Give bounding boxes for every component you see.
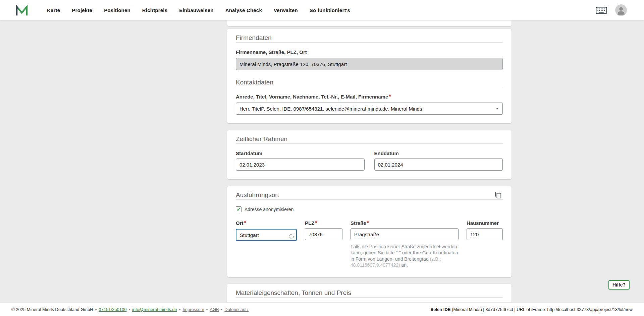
ort-field: Ort* [236,220,297,241]
main-menu: Karte Projekte Positionen Richtpreis Ein… [47,7,350,13]
card-zeitlicher-rahmen: Zeitlicher Rahmen Startdatum Enddatum [227,130,512,179]
date-fields: Startdatum Enddatum [236,150,503,171]
copy-icon[interactable] [494,191,503,199]
enddatum-input[interactable] [374,159,503,171]
anonymisieren-checkbox[interactable]: ✓ [236,206,241,212]
kontakt-select[interactable]: Herr, TitelP, Selen, IDE, 0987/654321, s… [236,103,503,115]
section-title-material: Materialeigenschaften, Tonnen und Preis [236,289,503,297]
hausnummer-field: Hausnummer [467,220,503,241]
enddatum-field: Enddatum [374,150,503,171]
required-asterisk: * [244,220,246,226]
avatar[interactable] [615,4,627,16]
anonymisieren-label: Adresse anonymisieren [245,207,293,212]
separator-dot: • [179,307,181,312]
strasse-hint-main: Falls die Position keiner Straße zugeord… [351,244,458,262]
strasse-hint: Falls die Position keiner Straße zugeord… [351,244,459,268]
logo[interactable] [15,3,29,17]
startdatum-input[interactable] [236,159,365,171]
ort-input-wrap [236,229,297,241]
ausfuehrungsort-header: Ausführungsort [236,191,503,199]
kontakt-label-row: Anrede, Titel, Vorname, Nachname, Tel.-N… [236,94,503,100]
keyboard-icon[interactable] [596,7,607,14]
strasse-label: Straße [351,220,366,226]
logo-icon [15,4,29,17]
separator-dot: • [206,307,208,312]
email-link[interactable]: info@mineral-minds.de [132,307,177,312]
datenschutz-link[interactable]: Datenschutz [224,307,249,312]
footer-right: Selen IDE (Mineral Minds) | 3d7d775f67cd… [431,307,633,312]
plz-label: PLZ [305,220,314,226]
separator-dot: • [95,307,97,312]
strasse-field: Straße* [351,220,459,241]
nav-so-funktionierts[interactable]: So funktioniert's [310,7,350,13]
nav-analyse-check[interactable]: Analyse Check [225,7,262,13]
kontakt-label: Anrede, Titel, Vorname, Nachname, Tel.-N… [236,94,388,100]
nav-karte[interactable]: Karte [47,7,60,13]
card-firmendaten: Firmendaten Firmenname, Straße, PLZ, Ort… [227,29,512,123]
divider [236,143,503,144]
check-icon: ✓ [236,207,241,212]
nav-richtpreis[interactable]: Richtpreis [142,7,167,13]
form-column: Firmendaten Firmenname, Straße, PLZ, Ort… [227,20,512,316]
agb-link[interactable]: AGB [210,307,219,312]
anonymisieren-row: ✓ Adresse anonymisieren [236,206,503,212]
kontakt-select-value: Herr, TitelP, Selen, IDE, 0987/654321, s… [239,106,422,112]
startdatum-label: Startdatum [236,150,262,156]
address-fields: Ort* PLZ* Straße* Hausnummer Falls die P… [236,220,503,268]
separator-dot: • [221,307,223,312]
section-title-kontaktdaten: Kontaktdaten [236,78,503,87]
card-ausfuehrungsort: Ausführungsort ✓ Adresse anonymisieren O… [227,186,512,277]
chevron-down-icon: ▼ [495,107,499,110]
ort-label: Ort [236,220,244,226]
footer-left: © 2025 Mineral Minds Deutschland GmbH • … [11,307,249,312]
divider [236,199,503,200]
required-asterisk: * [367,220,369,226]
firma-input[interactable] [236,58,503,70]
session-info: (Mineral Minds) | 3d7d775f67cd | URL of … [451,307,633,312]
previous-card-bottom [227,20,512,26]
required-asterisk: * [389,94,391,100]
section-title-firmendaten: Firmendaten [236,34,503,42]
nav-einbauweisen[interactable]: Einbauweisen [179,7,213,13]
hilfe-button[interactable]: Hilfe? [608,280,630,290]
nav-positionen[interactable]: Positionen [104,7,130,13]
hausnummer-input[interactable] [467,228,503,240]
divider [236,42,503,43]
loading-spinner-icon [289,234,294,239]
section-title-zeitraum: Zeitlicher Rahmen [236,135,503,143]
nav-verwalten[interactable]: Verwalten [274,7,298,13]
divider [236,297,503,298]
plz-field: PLZ* [305,220,342,241]
session-user: Selen IDE [431,307,451,312]
copyright-text: © 2025 Mineral Minds Deutschland GmbH [11,307,93,312]
impressum-link[interactable]: Impressum [182,307,204,312]
separator-dot: • [128,307,130,312]
required-asterisk: * [315,220,317,226]
plz-input[interactable] [305,228,342,240]
phone-link[interactable]: 07151/250100 [99,307,126,312]
startdatum-field: Startdatum [236,150,365,171]
hausnummer-label: Hausnummer [467,220,499,226]
divider [236,87,503,87]
strasse-input[interactable] [351,228,459,240]
enddatum-label: Enddatum [374,150,399,156]
footer: © 2025 Mineral Minds Deutschland GmbH • … [0,302,644,316]
firma-label: Firmenname, Straße, PLZ, Ort [236,49,307,55]
section-title-ausfuehrungsort: Ausführungsort [236,191,279,199]
ort-input[interactable] [236,229,297,241]
top-nav: Karte Projekte Positionen Richtpreis Ein… [0,0,644,20]
strasse-hint-end: an. [400,262,408,268]
nav-right-tools [596,4,627,16]
nav-projekte[interactable]: Projekte [72,7,92,13]
